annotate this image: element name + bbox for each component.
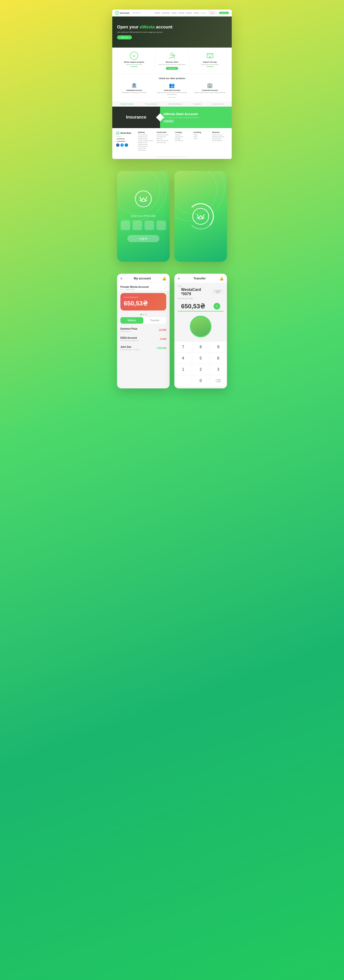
card-dots — [117, 314, 170, 315]
feature-explore-title: Explore the way — [203, 61, 217, 63]
pin-dot-2[interactable] — [133, 221, 142, 230]
linkedin-icon[interactable]: in — [125, 143, 128, 147]
feature-become: Become client Open your account and then… — [155, 51, 189, 70]
login-button[interactable]: Log In — [127, 235, 159, 242]
nav-banking[interactable]: Banking — [155, 12, 160, 14]
footer-credit-5[interactable]: Gold credit card — [157, 142, 173, 143]
account-info: Private Westa Account 02 — 6590 3019 ⤢ — [117, 283, 170, 291]
footer-banking-6[interactable]: Student account — [138, 144, 154, 145]
nav-savings[interactable]: Savings — [194, 12, 199, 14]
transaction-dominos-amount: -15.00$ — [158, 329, 166, 331]
numpad-1[interactable]: 1 — [174, 364, 192, 375]
footer-lending-3[interactable]: Mortgage — [175, 138, 191, 139]
promo-cta-button[interactable]: More info — [163, 120, 174, 123]
transfer-confirm-icon[interactable]: ✓ — [214, 303, 220, 310]
svg-point-3 — [171, 53, 173, 56]
footer-business-3[interactable]: Payroll account — [212, 138, 228, 139]
numpad-3[interactable]: 3 — [209, 364, 227, 375]
footer-banking-1[interactable]: Current account — [138, 134, 154, 135]
account-name: Private Westa Account — [120, 285, 149, 288]
tab-transfer[interactable]: Transfer — [143, 317, 166, 324]
signin-button[interactable]: Sign in — [208, 11, 217, 14]
change-card-button[interactable]: Change card — [211, 289, 224, 294]
hero-cta-button[interactable]: Start now — [117, 35, 132, 40]
footer-banking-3[interactable]: Savings account — [138, 138, 154, 139]
transaction-esea: ESEA Account Subscription payment -5.00$ — [120, 335, 166, 344]
numpad-0[interactable]: 0 — [192, 375, 209, 387]
footer-investing-col: Investing Stocks Bonds Funds — [194, 132, 209, 151]
start-button[interactable]: Start now — [219, 12, 229, 14]
transfer-bell[interactable]: 🔔 — [220, 277, 224, 280]
hero-prefix: Open your — [117, 25, 140, 29]
hero-title: Open your eWesta account — [117, 25, 227, 30]
footer-copyright: Copyright © 2018 Westa Bank Group of Wes… — [112, 155, 232, 159]
features-section: Westa support program Always here to giv… — [112, 48, 232, 74]
transaction-john-info: John Doe Fund transfer / Invoice — [120, 346, 140, 351]
numpad-9[interactable]: 9 — [209, 342, 227, 353]
site-footer: W Westa Bank Contact + 600-500-00 + info… — [112, 128, 232, 155]
transfer-hamburger[interactable]: ≡ — [178, 277, 180, 280]
footer-banking-2[interactable]: Private account — [138, 136, 154, 137]
nav-business[interactable]: Business — [186, 12, 192, 14]
transfer-screen: ≡ Transfer 🔔 From WestaCard *0079 Change… — [174, 274, 227, 388]
product-joint-icon: 👥 — [169, 83, 175, 88]
facebook-icon[interactable]: f — [116, 143, 119, 147]
account-top-row: Private Westa Account 02 — 6590 3019 ⤢ — [120, 285, 166, 291]
footer-credit-2[interactable]: Visa credit card — [157, 136, 173, 137]
svg-point-0 — [130, 52, 138, 59]
avatar-image — [191, 317, 211, 336]
tab-history[interactable]: History — [120, 317, 143, 324]
numpad-4[interactable]: 4 — [174, 353, 192, 364]
main-wrapper: W Westa Bank 600 500 000 Banking Credit … — [110, 10, 234, 388]
footer-investing-1[interactable]: Stocks — [194, 134, 209, 135]
card-dot-1[interactable] — [143, 314, 144, 315]
footer-lending-4[interactable]: Business loan — [175, 140, 191, 141]
footer-banking-7[interactable]: Account interest — [138, 146, 154, 147]
footer-lending-1[interactable]: Auto loan — [175, 134, 191, 135]
card-dot-active[interactable] — [140, 314, 142, 315]
footer-banking-8[interactable]: Joint account — [138, 148, 154, 149]
numpad-2[interactable]: 2 — [192, 364, 209, 375]
footer-banking-4[interactable]: Foreign currency account — [138, 140, 154, 141]
account-bell[interactable]: 🔔 — [162, 277, 166, 280]
feature-become-btn[interactable]: Order now — [166, 67, 178, 70]
nav-credit[interactable]: Credit cards — [162, 12, 170, 14]
pin-dot-1[interactable] — [120, 221, 130, 230]
footer-investing-2[interactable]: Bonds — [194, 136, 209, 137]
numpad-7[interactable]: 7 — [174, 342, 192, 353]
product-corporate: 🏢 Corporate account Write for anyone wit… — [193, 83, 227, 98]
balance-amount: 650,53₴ — [124, 300, 163, 307]
numpad-8[interactable]: 8 — [192, 342, 209, 353]
nav-about[interactable]: About us — [201, 12, 207, 14]
transaction-dominos-sub: Order pizza — [120, 330, 137, 332]
footer-business-col: Business Business account Business credi… — [212, 132, 228, 151]
footer-lending-2[interactable]: Personal loan — [175, 136, 191, 137]
nav-investing[interactable]: Investing — [178, 12, 184, 14]
footer-business-2[interactable]: Business credit card — [212, 136, 228, 137]
pin-dot-3[interactable] — [144, 221, 154, 230]
twitter-icon[interactable]: t — [120, 143, 124, 147]
footer-business-1[interactable]: Business account — [212, 134, 228, 135]
account-share-icon[interactable]: ⤢ — [164, 286, 166, 290]
footer-credit-3[interactable]: Debit card — [157, 138, 173, 139]
footer-banking-5[interactable]: eWesta account — [138, 142, 154, 143]
feature-explore-icon — [206, 51, 214, 60]
numpad-6[interactable]: 6 — [209, 353, 227, 364]
nav-lending[interactable]: Lending — [171, 12, 176, 14]
hero-subtitle: Gain additional 100$ promotion for activ… — [117, 31, 165, 33]
footer-banking-9[interactable]: Savings plan — [138, 150, 154, 151]
promo-banner: Insurance eWesta Start Account Be concer… — [112, 107, 232, 128]
footer-business-4[interactable]: Finance Business — [212, 140, 228, 141]
site-navbar: W Westa Bank 600 500 000 Banking Credit … — [112, 10, 232, 16]
account-hamburger[interactable]: ≡ — [120, 277, 122, 280]
footer-credit-4[interactable]: Platinum credit card — [157, 140, 173, 141]
numpad-backspace[interactable]: ⌫ — [209, 375, 227, 387]
numpad-5[interactable]: 5 — [192, 353, 209, 364]
footer-investing-3[interactable]: Funds — [194, 138, 209, 139]
footer-credit-1[interactable]: MasterCard account — [157, 134, 173, 135]
pin-dot-4[interactable] — [157, 221, 166, 230]
card-dot-2[interactable] — [145, 314, 146, 315]
account-tabs: History Transfer — [120, 317, 166, 324]
product-joint-link[interactable]: Learn more — [168, 97, 176, 98]
feature-support-icon — [130, 51, 138, 60]
